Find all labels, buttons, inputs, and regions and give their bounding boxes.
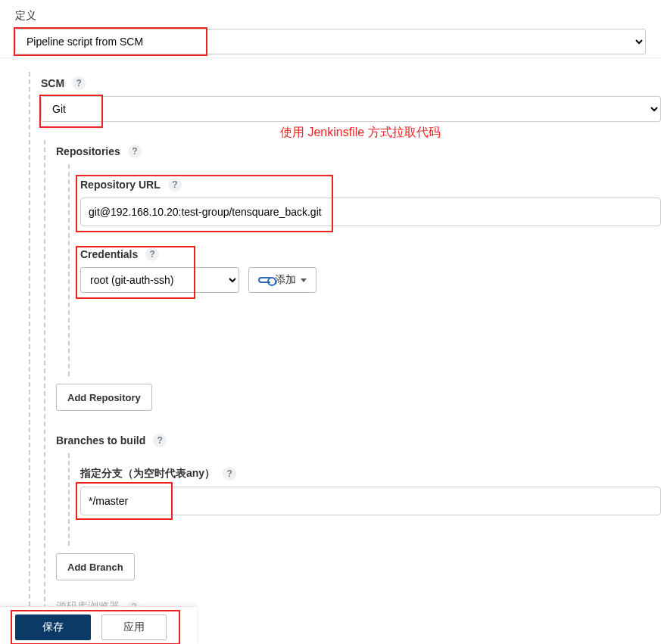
- branch-spec-input[interactable]: [80, 487, 661, 515]
- repo-url-input[interactable]: [80, 198, 661, 226]
- help-icon[interactable]: ?: [153, 434, 167, 447]
- help-icon[interactable]: ?: [72, 76, 86, 90]
- repo-url-label: Repository URL: [80, 179, 161, 191]
- help-icon[interactable]: ?: [168, 178, 182, 191]
- scm-select[interactable]: Git: [41, 96, 661, 122]
- branch-spec-label: 指定分支（为空时代表any）: [80, 467, 215, 481]
- help-icon[interactable]: ?: [223, 467, 236, 481]
- credentials-select[interactable]: root (git-auth-ssh): [80, 267, 239, 293]
- footer-bar: 保存 应用: [0, 606, 197, 644]
- branches-label: Branches to build: [56, 434, 145, 446]
- scm-label: SCM: [41, 77, 64, 89]
- definition-label: 定义: [15, 9, 646, 23]
- help-icon[interactable]: ?: [145, 247, 159, 261]
- apply-button[interactable]: 应用: [101, 614, 167, 640]
- key-icon: [258, 277, 270, 283]
- annotation-text: 使用 Jenkinsfile 方式拉取代码: [280, 125, 441, 141]
- definition-select[interactable]: Pipeline script from SCM: [15, 29, 646, 54]
- add-repository-button[interactable]: Add Repository: [56, 384, 152, 411]
- repositories-label: Repositories: [56, 145, 120, 157]
- save-button[interactable]: 保存: [15, 614, 91, 640]
- definition-section: 定义 Pipeline script from SCM: [0, 0, 661, 58]
- chevron-down-icon: [301, 278, 307, 282]
- add-credential-button[interactable]: 添加: [248, 267, 316, 293]
- help-icon[interactable]: ?: [128, 145, 142, 158]
- credentials-label: Credentials: [80, 248, 138, 260]
- add-branch-button[interactable]: Add Branch: [56, 553, 135, 580]
